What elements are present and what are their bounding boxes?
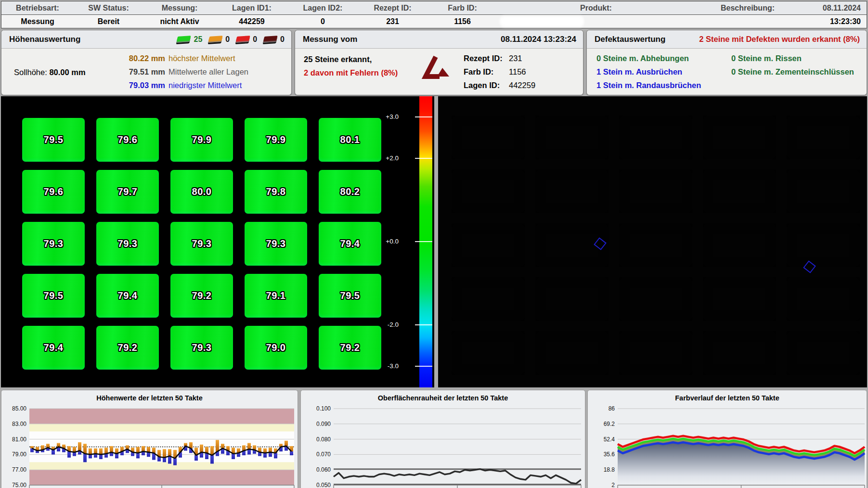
- counter-ok-stones-value: 25: [194, 35, 202, 44]
- colorbar-ticks: +3.0+2.0+0.0-2.0-3.0: [1, 96, 418, 387]
- chart-hoehenwerte-plot: 85.0083.0081.0079.0077.0075.00: [1, 404, 298, 488]
- chart-hoehenwerte-title: Höhenwerte der letzten 50 Takte: [1, 390, 298, 402]
- camera-stone: [787, 116, 860, 159]
- fail-stones-brick-icon: [236, 36, 250, 43]
- company-logo-icon: [421, 53, 451, 82]
- measurement-id-0: Rezept ID:231: [464, 51, 535, 65]
- svg-text:18.8: 18.8: [604, 466, 615, 473]
- colorbar-tick-label: -2.0: [388, 321, 399, 328]
- topbar-value-5: 231: [358, 17, 428, 26]
- defekt-column-1: 0 Steine m. Abhebungen1 Stein m. Ausbrüc…: [596, 51, 701, 92]
- warn-stones-brick-icon: [208, 36, 223, 43]
- topbar-time: 13:23:30: [801, 17, 867, 26]
- defect-stat-line: 0 Steine m. Abhebungen: [596, 51, 701, 65]
- camera-stone: [619, 223, 692, 267]
- hoehen-stat-2: 79.03 mmniedrigster Mittelwert: [123, 78, 248, 92]
- camera-stone: [535, 116, 609, 159]
- counter-warn-stones: 0: [209, 35, 230, 44]
- chart-rauheit-plot: 0.1000.0900.0800.0700.0600.050: [301, 404, 586, 488]
- camera-stone: [535, 277, 609, 321]
- svg-text:83.00: 83.00: [12, 421, 26, 427]
- panel-defekt-header: Defektauswertung 2 Steine mit Defekten w…: [587, 30, 867, 49]
- svg-text:0.080: 0.080: [316, 436, 331, 443]
- hoehen-statistics: 80.22 mmhöchster Mittelwert79.51 mmMitte…: [123, 51, 248, 92]
- measurement-id-1: Farb ID:1156: [464, 65, 535, 78]
- colorbar-tick-label: -3.0: [388, 362, 399, 370]
- messung-summary: 25 Steine erkannt, 2 davon mit Fehlern (…: [304, 52, 398, 79]
- status-bar: Betriebsart:SW Status:Messung:Lagen ID1:…: [1, 1, 867, 28]
- topbar-label-4: Lagen ID2:: [288, 4, 358, 13]
- camera-stone: [452, 169, 525, 213]
- panel-defektauswertung: Defektauswertung 2 Steine mit Defekten w…: [586, 30, 867, 95]
- sollhoehe-label: Sollhöhe:: [14, 68, 47, 77]
- measurement-id-value-0: 231: [509, 54, 522, 63]
- measurement-id-value-2: 442259: [509, 81, 535, 90]
- defect-stat-line: 0 Steine m. Rissen: [731, 51, 854, 65]
- counter-fail-stones: 0: [236, 35, 257, 44]
- defect-stat-line: 0 Steine m. Zementeinschlüssen: [731, 65, 854, 78]
- topbar-date: 08.11.2024: [801, 4, 867, 13]
- colorbar-tick-label: +0.0: [386, 238, 399, 245]
- camera-stone: [703, 223, 776, 267]
- measurement-id-label-2: Lagen ID:: [464, 81, 509, 90]
- colorbar-tick-label: +2.0: [386, 154, 399, 162]
- svg-text:86: 86: [609, 405, 615, 412]
- svg-text:85.00: 85.00: [12, 405, 26, 412]
- hoehen-stat-value-1: 79.51 mm: [123, 67, 165, 77]
- topbar-value-6: 1156: [428, 17, 497, 26]
- camera-stone: [703, 277, 776, 321]
- hoehen-stat-label-1: Mittelwerte aller Lagen: [168, 67, 248, 77]
- camera-stone: [703, 116, 776, 159]
- measurement-id-label-1: Farb ID:: [464, 67, 509, 77]
- topbar-label-2: Messung:: [143, 4, 216, 13]
- camera-stone: [703, 169, 776, 213]
- camera-stone: [452, 331, 525, 375]
- panel-hoehenauswertung-body: Sollhöhe: 80.00 mm 80.22 mmhöchster Mitt…: [1, 49, 291, 95]
- camera-stone: [619, 116, 692, 159]
- counter-ok-stones: 25: [177, 35, 202, 44]
- svg-text:0.060: 0.060: [316, 466, 331, 473]
- panel-hoehenauswertung: Höhenauswertung 25000 Sollhöhe: 80.00 mm…: [1, 30, 292, 95]
- counter-defect-stones: 0: [264, 35, 285, 44]
- counter-warn-stones-value: 0: [225, 35, 230, 44]
- svg-text:52.4: 52.4: [604, 436, 615, 443]
- camera-stone: [452, 277, 525, 321]
- ok-stones-brick-icon: [177, 36, 191, 43]
- counter-fail-stones-value: 0: [253, 35, 257, 44]
- panel-messung-header: Messung vom 08.11.2024 13:23:24: [295, 30, 583, 49]
- svg-text:81.00: 81.00: [12, 436, 26, 443]
- topbar-value-0: Messung: [1, 17, 74, 26]
- defect-stat-line: 1 Stein m. Randausbrüchen: [596, 78, 701, 92]
- topbar-label-0: Betriebsart:: [1, 4, 74, 13]
- measurement-id-value-1: 1156: [509, 67, 526, 77]
- panel-messung-body: 25 Steine erkannt, 2 davon mit Fehlern (…: [295, 49, 583, 95]
- messung-datetime: 08.11.2024 13:23:24: [501, 35, 576, 44]
- status-bar-values: MessungBereitnicht Aktiv4422590231115613…: [1, 15, 867, 28]
- measurement-id-label-0: Rezept ID:: [464, 54, 509, 63]
- camera-stone: [787, 331, 860, 375]
- topbar-label-8: Beschreibung:: [695, 4, 801, 13]
- camera-stone: [535, 169, 609, 213]
- svg-text:0.070: 0.070: [316, 451, 331, 458]
- measurement-id-2: Lagen ID:442259: [464, 78, 535, 92]
- defect-stat-line: 1 Stein m. Ausbrüchen: [596, 65, 701, 78]
- chart-farbverlauf-plot: 8669.252.435.618.82: [588, 404, 868, 488]
- camera-stone-grid: [452, 116, 860, 375]
- counter-defect-stones-value: 0: [280, 35, 285, 44]
- panel-title: Messung vom: [303, 35, 357, 44]
- chart-rauheit: Oberflächenrauheit der letzten 50 Takte …: [300, 390, 585, 488]
- measurement-ids: Rezept ID:231Farb ID:1156Lagen ID:442259: [464, 51, 535, 92]
- produkt-value-blank: [500, 16, 584, 27]
- status-bar-labels: Betriebsart:SW Status:Messung:Lagen ID1:…: [1, 1, 867, 15]
- topbar-label-7: Produkt:: [497, 4, 695, 13]
- topbar-value-4: 0: [288, 17, 358, 26]
- hoehen-stat-0: 80.22 mmhöchster Mittelwert: [123, 51, 248, 65]
- svg-text:0.050: 0.050: [316, 482, 331, 488]
- chart-farbverlauf: Farbverlauf der letzten 50 Takte 8669.25…: [587, 390, 867, 488]
- topbar-value-3: 442259: [216, 17, 288, 26]
- svg-text:75.00: 75.00: [12, 482, 26, 488]
- chart-farbverlauf-title: Farbverlauf der letzten 50 Takte: [588, 390, 867, 402]
- svg-text:77.00: 77.00: [12, 466, 26, 473]
- topbar-label-6: Farb ID:: [428, 4, 497, 13]
- svg-text:69.2: 69.2: [604, 421, 615, 427]
